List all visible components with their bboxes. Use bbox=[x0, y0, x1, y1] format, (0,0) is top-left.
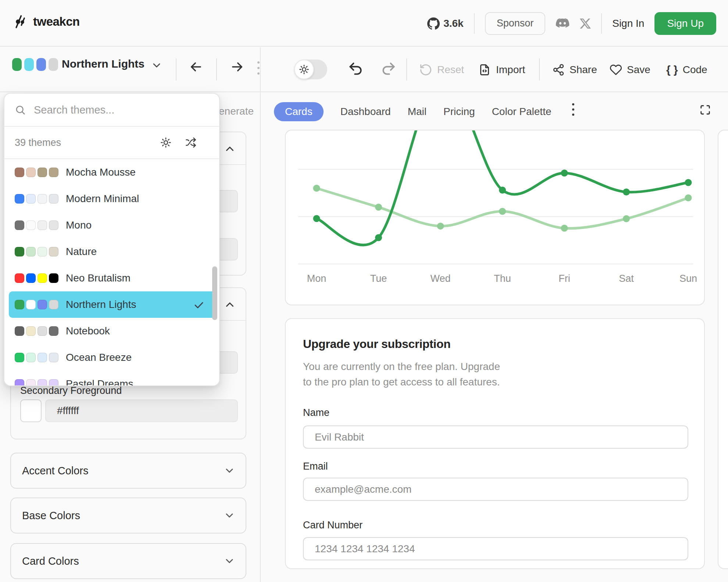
theme-dropdown-chevron-icon[interactable] bbox=[151, 60, 163, 71]
email-label: Email bbox=[303, 461, 328, 472]
theme-option-notebook[interactable]: Notebook bbox=[4, 318, 219, 344]
theme-option-mono[interactable]: Mono bbox=[4, 212, 219, 238]
theme-color-dots[interactable] bbox=[12, 58, 58, 71]
theme-option-mocha-mousse[interactable]: Mocha Mousse bbox=[4, 159, 219, 186]
theme-option-pastel-dreams[interactable]: Pastel Dreams bbox=[4, 371, 219, 386]
theme-option-label: Mono bbox=[66, 219, 92, 231]
undo-button[interactable] bbox=[347, 61, 364, 77]
previous-theme-button[interactable] bbox=[188, 59, 204, 75]
theme-swatch bbox=[49, 379, 58, 386]
preview-panel: CardsDashboardMailPricingColor Palette M… bbox=[261, 92, 728, 582]
sign-in-button[interactable]: Sign In bbox=[612, 18, 644, 29]
tab-pricing[interactable]: Pricing bbox=[443, 106, 475, 118]
theme-color-dot bbox=[49, 58, 58, 71]
theme-search[interactable]: Search themes... bbox=[4, 94, 219, 127]
theme-swatch bbox=[15, 220, 24, 230]
brand[interactable]: tweakcn bbox=[12, 14, 80, 29]
toolbar-divider bbox=[216, 58, 217, 80]
theme-option-nature[interactable]: Nature bbox=[4, 238, 219, 265]
subscription-title: Upgrade your subscription bbox=[303, 337, 687, 351]
theme-swatch bbox=[26, 220, 36, 230]
section-accent-colors[interactable]: Accent Colors bbox=[10, 453, 246, 489]
sponsor-button[interactable]: Sponsor bbox=[485, 12, 546, 35]
next-theme-button[interactable] bbox=[229, 59, 245, 75]
header-divider bbox=[474, 13, 475, 34]
theme-option-ocean-breeze[interactable]: Ocean Breeze bbox=[4, 344, 219, 371]
redo-button[interactable] bbox=[381, 61, 397, 77]
theme-swatch bbox=[15, 273, 24, 283]
sign-up-button[interactable]: Sign Up bbox=[654, 12, 716, 35]
secondary-foreground-swatch[interactable] bbox=[20, 399, 42, 422]
svg-text:Sun: Sun bbox=[679, 273, 697, 284]
theme-option-neo-brutalism[interactable]: Neo Brutalism bbox=[4, 265, 219, 291]
theme-option-label: Notebook bbox=[66, 325, 110, 337]
theme-option-northern-lights[interactable]: Northern Lights bbox=[9, 291, 216, 318]
theme-swatch bbox=[38, 247, 47, 256]
theme-swatch bbox=[49, 273, 58, 283]
header: tweakcn 3.6k Sponsor Sign I bbox=[0, 0, 728, 47]
theme-swatch bbox=[49, 353, 58, 362]
discord-button[interactable] bbox=[556, 18, 570, 29]
light-mode-filter-button[interactable] bbox=[160, 137, 171, 148]
dropdown-scrollbar-thumb[interactable] bbox=[212, 266, 217, 320]
search-icon bbox=[15, 104, 26, 115]
tweakcn-app: tweakcn 3.6k Sponsor Sign I bbox=[0, 0, 728, 582]
theme-swatch bbox=[49, 194, 58, 204]
github-stars-button[interactable]: 3.6k bbox=[427, 17, 464, 30]
maximize-icon bbox=[700, 104, 711, 115]
chevron-down-icon bbox=[224, 510, 235, 521]
share-button[interactable]: Share bbox=[552, 47, 597, 92]
theme-list-meta: 39 themes bbox=[4, 127, 219, 159]
x-twitter-button[interactable] bbox=[580, 18, 591, 29]
theme-swatch bbox=[26, 273, 36, 283]
github-icon bbox=[427, 17, 440, 30]
tab-cards[interactable]: Cards bbox=[274, 102, 324, 121]
theme-swatches bbox=[15, 353, 58, 362]
name-input[interactable]: Evil Rabbit bbox=[303, 425, 688, 449]
editor-toolbar: Northern Lights Reset bbox=[0, 47, 728, 92]
theme-swatches bbox=[15, 168, 58, 177]
svg-text:Mon: Mon bbox=[307, 273, 326, 284]
name-label: Name bbox=[303, 407, 329, 418]
secondary-foreground-label: Secondary Foreground bbox=[20, 385, 122, 396]
chevron-up-icon bbox=[224, 298, 236, 311]
chevron-down-icon bbox=[224, 555, 235, 567]
code-button[interactable]: { } Code bbox=[666, 47, 707, 92]
search-placeholder: Search themes... bbox=[34, 104, 114, 116]
section-base-colors[interactable]: Base Colors bbox=[10, 497, 246, 534]
theme-swatches bbox=[15, 194, 58, 204]
save-button[interactable]: Save bbox=[610, 47, 650, 92]
tab-color-palette[interactable]: Color Palette bbox=[492, 106, 552, 118]
theme-swatch bbox=[49, 220, 58, 230]
tab-mail[interactable]: Mail bbox=[408, 106, 427, 118]
light-dark-toggle[interactable] bbox=[294, 60, 327, 79]
svg-text:Thu: Thu bbox=[494, 273, 511, 284]
import-button[interactable]: Import bbox=[478, 47, 525, 92]
theme-swatch bbox=[38, 194, 47, 204]
secondary-foreground-hex-input[interactable]: #ffffff bbox=[45, 399, 238, 422]
more-tabs-button[interactable] bbox=[572, 103, 574, 116]
theme-swatch bbox=[26, 247, 36, 256]
section-card-colors[interactable]: Card Colors bbox=[10, 543, 246, 579]
github-star-count: 3.6k bbox=[443, 18, 464, 29]
theme-swatch bbox=[26, 194, 36, 204]
section-label: Accent Colors bbox=[22, 465, 89, 477]
theme-swatch bbox=[26, 379, 36, 386]
theme-option-modern-minimal[interactable]: Modern Minimal bbox=[4, 186, 219, 212]
svg-text:Wed: Wed bbox=[430, 273, 450, 284]
email-input[interactable]: example@acme.com bbox=[303, 478, 688, 501]
theme-swatches bbox=[15, 220, 58, 230]
chevron-down-icon bbox=[224, 465, 235, 477]
theme-swatch bbox=[38, 300, 47, 309]
tab-dashboard[interactable]: Dashboard bbox=[340, 106, 391, 118]
theme-swatch bbox=[38, 353, 47, 362]
share-icon bbox=[552, 64, 565, 76]
theme-color-dot bbox=[36, 58, 46, 71]
reset-button[interactable]: Reset bbox=[419, 47, 464, 92]
panel-resize-handle[interactable] bbox=[257, 61, 260, 75]
random-theme-button[interactable] bbox=[185, 137, 196, 148]
undo-icon bbox=[347, 61, 364, 77]
fullscreen-button[interactable] bbox=[700, 104, 711, 115]
card-number-input[interactable]: 1234 1234 1234 1234 bbox=[303, 537, 688, 560]
theme-option-label: Ocean Breeze bbox=[66, 352, 132, 363]
